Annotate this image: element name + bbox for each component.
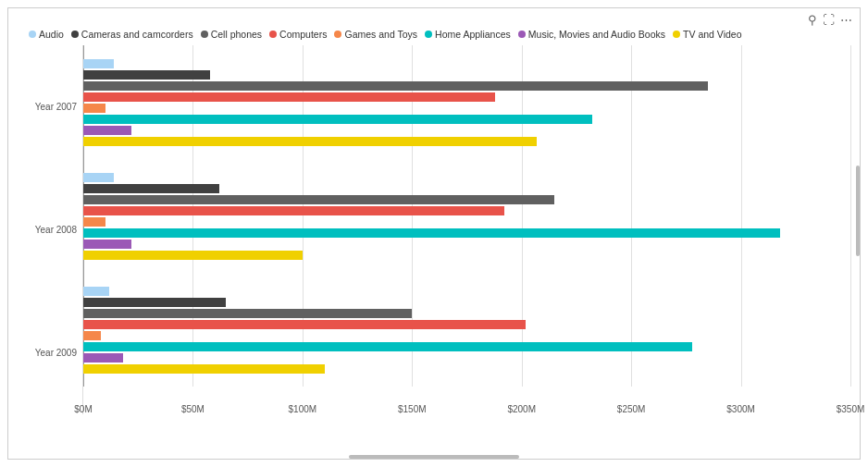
legend-item-audio: Audio [29,29,64,40]
bar-row [83,81,850,91]
bar-row [83,309,850,318]
x-axis-label: $0M [74,404,92,414]
bar-row [83,331,850,340]
bar-row [83,59,850,68]
legend-item-tv-and-video: TV and Video [673,29,741,40]
bar-games-and-toys [83,104,105,113]
bar-row [83,364,850,374]
legend-dot [425,31,432,38]
bar-row [83,320,850,329]
legend-item-cameras-and-camcorders: Cameras and camcorders [71,29,193,40]
legend-dot [334,31,341,38]
y-axis: Year 2007Year 2008Year 2009 [16,45,82,414]
bar-row [83,217,850,227]
bar-home-appliances [83,115,592,124]
bar-row [83,251,850,260]
bar-computers [83,206,504,215]
bar-row [83,287,850,296]
bar-row [83,298,850,307]
bar-cameras-and-camcorders [83,184,219,193]
bar-games-and-toys [83,331,101,340]
bar-music,-movies-and-audio-books [83,353,123,363]
y-axis-label: Year 2007 [16,102,82,112]
bar-home-appliances [83,228,780,238]
year-group [83,287,850,374]
bar-row [83,184,850,193]
bar-audio [83,287,109,296]
bar-row [83,126,850,135]
bar-cameras-and-camcorders [83,298,226,307]
x-axis-label: $150M [398,404,427,414]
year-groups [83,45,850,387]
bar-computers [83,320,526,329]
bar-row [83,195,850,204]
chart-title [16,18,31,23]
legend-item-label: Music, Movies and Audio Books [528,29,665,40]
bar-audio [83,59,114,68]
bar-row [83,228,850,238]
x-axis-label: $300M [726,404,755,414]
legend-item-home-appliances: Home Appliances [425,29,511,40]
bar-tv-and-video [83,137,537,146]
chart-container: ⚲ ⛶ ⋯ AudioCameras and camcordersCell ph… [7,7,861,460]
legend-item-music,-movies-and-audio-books: Music, Movies and Audio Books [518,29,665,40]
x-axis-label: $350M [837,404,865,414]
legend-items: AudioCameras and camcordersCell phonesCo… [29,29,741,40]
bar-audio [83,173,114,182]
expand-icon[interactable]: ⛶ [823,13,835,27]
bar-cameras-and-camcorders [83,70,210,80]
bar-music,-movies-and-audio-books [83,126,131,135]
bar-computers [83,92,495,102]
year-group [83,59,850,146]
legend-dot [269,31,277,38]
legend-dot [518,31,526,38]
chart-toolbar: ⚲ ⛶ ⋯ [808,13,852,27]
legend-dot [201,31,208,38]
legend-item-label: Cameras and camcorders [81,29,193,40]
bar-row [83,173,850,182]
more-options-icon[interactable]: ⋯ [840,13,852,27]
x-axis: $0M$50M$100M$150M$200M$250M$300M$350M [83,387,850,414]
legend-item-label: Cell phones [211,29,262,40]
bar-row [83,206,850,215]
x-axis-label: $250M [617,404,646,414]
bar-music,-movies-and-audio-books [83,240,131,249]
legend-dot [673,31,680,38]
bar-row [83,104,850,113]
bar-tv-and-video [83,364,325,374]
y-axis-label: Year 2009 [16,348,82,358]
legend-item-label: Home Appliances [435,29,511,40]
bar-cell-phones [83,81,708,91]
vertical-scrollbar[interactable] [856,166,860,255]
bar-row [83,70,850,80]
bars-grid: $0M$50M$100M$150M$200M$250M$300M$350M [82,45,850,414]
bar-home-appliances [83,342,692,351]
y-axis-label: Year 2008 [16,225,82,235]
legend-item-computers: Computers [269,29,327,40]
bar-row [83,353,850,363]
legend-item-label: Audio [39,29,64,40]
x-axis-label: $50M [181,404,205,414]
grid-line [850,45,851,387]
filter-icon[interactable]: ⚲ [808,13,817,27]
x-axis-label: $100M [289,404,317,414]
legend-item-label: TV and Video [683,29,741,40]
year-group [83,173,850,260]
legend-item-label: Computers [279,29,327,40]
x-axis-label: $200M [507,404,536,414]
legend-dot [29,31,36,38]
bar-cell-phones [83,195,554,204]
chart-area: Year 2007Year 2008Year 2009 $0M$50M$100M… [8,42,860,442]
bar-cell-phones [83,309,412,318]
bar-row [83,137,850,146]
horizontal-scrollbar[interactable] [349,455,519,459]
legend-item-cell-phones: Cell phones [201,29,262,40]
bar-row [83,115,850,124]
bar-games-and-toys [83,217,105,227]
legend-item-games-and-toys: Games and Toys [334,29,417,40]
bar-row [83,240,850,249]
legend-dot [71,31,79,38]
bar-tv-and-video [83,251,303,260]
bar-row [83,92,850,102]
bar-row [83,342,850,351]
